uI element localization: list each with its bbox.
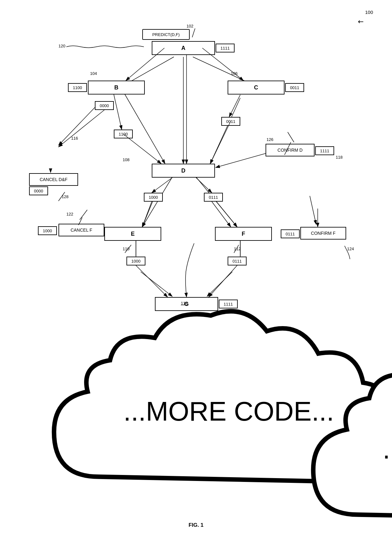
node-A: A bbox=[152, 41, 215, 55]
confirm-d-box: CONFIRM D bbox=[266, 144, 315, 156]
node-C: C bbox=[228, 81, 285, 94]
code-A-right: 1111 bbox=[216, 44, 235, 52]
code-cancel-df: 0000 bbox=[29, 186, 48, 195]
predict-label: PREDICT(D,F) bbox=[142, 29, 190, 40]
ref-120: 120 bbox=[58, 44, 65, 48]
node-F: F bbox=[215, 227, 272, 241]
ref-102: 102 bbox=[187, 24, 193, 28]
cloud-more-code-left: ...MORE CODE... bbox=[32, 139, 87, 171]
node-E: E bbox=[104, 227, 161, 241]
figure-ref-100: 100 bbox=[365, 9, 373, 15]
ref-112: 112 bbox=[234, 246, 241, 251]
code-D-from-C: 0011 bbox=[221, 117, 240, 126]
ref-106: 106 bbox=[231, 71, 238, 76]
ref-124: 124 bbox=[347, 246, 354, 251]
node-D: D bbox=[152, 164, 215, 178]
code-G-right: 1111 bbox=[219, 300, 238, 308]
code-C-right: 0011 bbox=[285, 83, 304, 92]
ref-128: 128 bbox=[62, 194, 69, 199]
ref-118: 118 bbox=[336, 155, 343, 160]
cancel-df-box: CANCEL D&F bbox=[29, 173, 78, 186]
ref-110: 110 bbox=[123, 246, 130, 251]
code-confirm-d: 1111 bbox=[315, 146, 334, 155]
code-B-below: 0000 bbox=[95, 101, 114, 110]
code-cancel-f: 1000 bbox=[38, 226, 57, 235]
svg-text:...MORE CODE...: ...MORE CODE... bbox=[383, 434, 392, 464]
code-F-from-D: 0111 bbox=[204, 193, 223, 202]
ref-114: 114 bbox=[181, 301, 188, 306]
ref-104: 104 bbox=[90, 71, 97, 76]
code-confirm-f-left: 0111 bbox=[281, 229, 300, 238]
code-E-below: 1000 bbox=[126, 257, 145, 265]
ref-126: 126 bbox=[266, 137, 273, 142]
code-E-from-D: 1000 bbox=[144, 193, 163, 202]
code-F-below: 0111 bbox=[228, 257, 247, 265]
cloud-more-code-right: ...MORE CODE... bbox=[291, 177, 346, 209]
code-D-from-B: 1100 bbox=[114, 130, 133, 138]
ref-116: 116 bbox=[71, 136, 78, 141]
cancel-f-box: CANCEL F bbox=[58, 224, 104, 236]
figure-caption: FIG. 1 bbox=[0, 522, 392, 528]
ref-122: 122 bbox=[66, 212, 73, 216]
ref-108: 108 bbox=[123, 157, 130, 162]
code-B-left: 1100 bbox=[68, 83, 87, 92]
node-B: B bbox=[88, 81, 145, 94]
confirm-f-box: CONFIRM F bbox=[300, 227, 346, 240]
diagram: 100 ↙ PREDICT(D,F) 102 A 1111 120 104 11… bbox=[0, 0, 392, 541]
